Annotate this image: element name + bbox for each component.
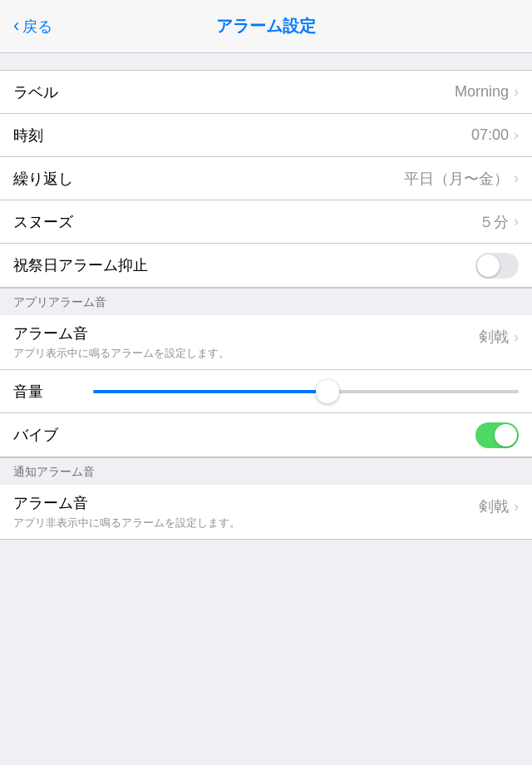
notify-alarm-sound-title: アラーム音 xyxy=(13,493,240,513)
slider-thumb[interactable] xyxy=(316,380,339,403)
app-alarm-sound-title: アラーム音 xyxy=(13,323,229,343)
repeat-value: 平日（月〜金） xyxy=(404,169,509,189)
notify-alarm-sound-value-group: 剣戟 › xyxy=(479,493,519,516)
notify-alarm-sound-chevron-icon: › xyxy=(514,498,519,516)
time-chevron-icon: › xyxy=(514,126,519,144)
back-label: 戻る xyxy=(22,17,52,37)
vibrate-toggle[interactable] xyxy=(475,422,519,448)
slider-fill xyxy=(93,390,328,393)
notify-alarm-sound-row[interactable]: アラーム音 アプリ非表示中に鳴るアラームを設定します。 剣戟 › xyxy=(0,485,532,539)
label-chevron-icon: › xyxy=(514,83,519,101)
time-value-group: 07:00 › xyxy=(471,126,519,144)
app-alarm-sound-subtitle: アプリ表示中に鳴るアラームを設定します。 xyxy=(13,346,229,361)
slider-track xyxy=(93,390,519,393)
label-value-group: Morning › xyxy=(455,83,519,101)
app-alarm-sound-chevron-icon: › xyxy=(514,328,519,346)
vibrate-toggle-group xyxy=(475,422,519,448)
repeat-value-group: 平日（月〜金） › xyxy=(404,169,519,189)
snooze-row[interactable]: スヌーズ ５分 › xyxy=(0,200,532,244)
holiday-row[interactable]: 祝祭日アラーム抑止 xyxy=(0,244,532,287)
label-value: Morning xyxy=(455,83,509,101)
page-title: アラーム設定 xyxy=(216,15,316,37)
nav-bar: ‹ 戻る アラーム設定 xyxy=(0,0,532,53)
snooze-value-group: ５分 › xyxy=(479,212,519,232)
notify-alarm-sound-value: 剣戟 xyxy=(479,496,509,516)
notify-alarm-section-header: 通知アラーム音 xyxy=(0,457,532,485)
notify-alarm-sound-left: アラーム音 アプリ非表示中に鳴るアラームを設定します。 xyxy=(13,493,240,531)
time-title: 時刻 xyxy=(13,126,43,146)
snooze-value: ５分 xyxy=(479,212,509,232)
holiday-title: 祝祭日アラーム抑止 xyxy=(13,255,148,275)
holiday-toggle[interactable] xyxy=(475,253,519,279)
back-button[interactable]: ‹ 戻る xyxy=(13,17,52,37)
app-alarm-sound-row[interactable]: アラーム音 アプリ表示中に鳴るアラームを設定します。 剣戟 › xyxy=(0,315,532,370)
label-title: ラベル xyxy=(13,82,58,102)
repeat-title: 繰り返し xyxy=(13,169,73,189)
vibrate-row[interactable]: バイブ xyxy=(0,413,532,457)
label-row[interactable]: ラベル Morning › xyxy=(0,71,532,114)
settings-group-1: ラベル Morning › 時刻 07:00 › 繰り返し 平日（月〜金） › … xyxy=(0,70,532,288)
snooze-chevron-icon: › xyxy=(514,213,519,230)
settings-group-2: アラーム音 アプリ表示中に鳴るアラームを設定します。 剣戟 › 音量 バイブ xyxy=(0,315,532,457)
time-row[interactable]: 時刻 07:00 › xyxy=(0,114,532,157)
app-alarm-sound-value-group: 剣戟 › xyxy=(479,323,519,347)
repeat-row[interactable]: 繰り返し 平日（月〜金） › xyxy=(0,157,532,200)
app-alarm-sound-value: 剣戟 xyxy=(479,327,509,347)
repeat-chevron-icon: › xyxy=(514,170,519,187)
volume-row[interactable]: 音量 xyxy=(0,370,532,413)
app-alarm-section-header: アプリアラーム音 xyxy=(0,288,532,315)
volume-title: 音量 xyxy=(13,382,80,402)
time-value: 07:00 xyxy=(471,126,509,144)
holiday-toggle-group xyxy=(475,253,519,279)
notify-alarm-header-label: 通知アラーム音 xyxy=(13,465,95,478)
volume-slider[interactable] xyxy=(93,390,519,393)
back-chevron-icon: ‹ xyxy=(13,17,19,35)
app-alarm-header-label: アプリアラーム音 xyxy=(13,295,106,308)
settings-group-3: アラーム音 アプリ非表示中に鳴るアラームを設定します。 剣戟 › xyxy=(0,485,532,540)
holiday-toggle-knob xyxy=(477,254,500,277)
notify-alarm-sound-subtitle: アプリ非表示中に鳴るアラームを設定します。 xyxy=(13,516,240,531)
vibrate-title: バイブ xyxy=(13,425,58,445)
snooze-title: スヌーズ xyxy=(13,212,73,232)
vibrate-toggle-knob xyxy=(495,424,517,447)
app-alarm-sound-left: アラーム音 アプリ表示中に鳴るアラームを設定します。 xyxy=(13,323,229,361)
